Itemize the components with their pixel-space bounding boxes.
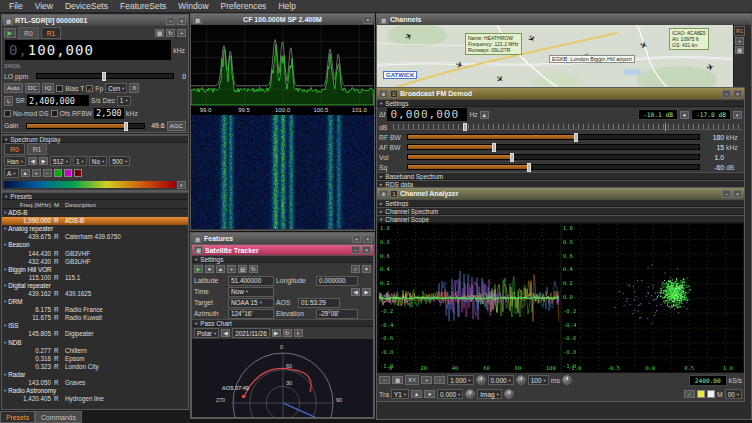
tracker-titlebar[interactable]: ▦ Satellite Tracker – × bbox=[192, 245, 373, 255]
preset-group[interactable]: ▾ISS bbox=[2, 322, 188, 330]
layout-single-icon[interactable]: – bbox=[379, 376, 390, 384]
trace-enable-icon[interactable]: ✓ bbox=[684, 390, 695, 398]
spectrum-titlebar[interactable]: ▦ CF 100.000M SP 2.400M × bbox=[191, 14, 374, 25]
tracker-up-icon[interactable]: ▲ bbox=[216, 265, 225, 273]
window-fn-select[interactable]: Han▾ bbox=[4, 156, 26, 166]
fill-color-swatch[interactable] bbox=[74, 169, 82, 177]
tracker-minimize-icon[interactable]: – bbox=[351, 246, 360, 254]
avg-mode-select[interactable]: No▾ bbox=[89, 156, 107, 166]
tracker-close-icon[interactable]: × bbox=[362, 246, 371, 254]
window-grid-icon[interactable]: ▦ bbox=[4, 17, 13, 25]
airport-info-box[interactable]: Name: HEATHROW Frequency: 121.2 MHz Runw… bbox=[465, 33, 522, 55]
tab-commands[interactable]: Commands bbox=[35, 411, 82, 423]
avg-select[interactable]: 1▾ bbox=[73, 156, 87, 166]
sd-tab-r1[interactable]: R1 bbox=[27, 143, 48, 155]
baseband-spectrum-header[interactable]: ▸ Baseband Spectrum bbox=[377, 172, 744, 180]
projection-select[interactable]: Imag▾ bbox=[477, 389, 501, 399]
preset-item[interactable]: 439.162R439.1625 bbox=[2, 290, 188, 298]
marker-color-swatch[interactable] bbox=[64, 169, 72, 177]
tracker-refresh-icon[interactable]: ↻ bbox=[249, 265, 258, 273]
tracker-menu-icon[interactable]: ▾ bbox=[362, 265, 371, 273]
preset-item[interactable]: 1,090.000RADS-B bbox=[2, 217, 188, 225]
layout-grid-icon[interactable]: ▦ bbox=[392, 376, 403, 384]
refresh-select[interactable]: 500▾ bbox=[109, 156, 130, 166]
window-grid-icon[interactable]: ▦ bbox=[379, 16, 388, 24]
time-next-icon[interactable]: ▶ bbox=[362, 288, 371, 296]
waterfall-colormap[interactable] bbox=[4, 181, 175, 188]
spectrum-plot[interactable] bbox=[191, 25, 374, 105]
gain-slider[interactable] bbox=[26, 123, 145, 129]
tracker-list-icon[interactable]: ▤ bbox=[238, 265, 247, 273]
channel-spectrum-header[interactable]: ▸ Channel Spectrum bbox=[377, 207, 744, 215]
amp-scale-select[interactable]: 1.000▾ bbox=[447, 375, 473, 385]
fm-frequency-dial[interactable]: 0,000,000 bbox=[387, 108, 467, 121]
tracker-add-icon[interactable]: + bbox=[227, 265, 236, 273]
time-select[interactable]: Now▾ bbox=[228, 287, 274, 297]
fm-mute-icon[interactable]: ◐ bbox=[733, 111, 742, 119]
menu-item-devicesets[interactable]: DeviceSets bbox=[59, 0, 114, 13]
features-titlebar[interactable]: ▦ Features + × bbox=[191, 233, 374, 244]
preset-group[interactable]: ▾ADS-B bbox=[2, 209, 188, 217]
tracker-target-icon[interactable]: ● bbox=[205, 265, 214, 273]
trace-offset-select[interactable]: 0.000▾ bbox=[437, 389, 463, 399]
auto-button[interactable]: Auto bbox=[4, 83, 23, 93]
menu-item-featuresets[interactable]: FeatureSets bbox=[114, 0, 172, 13]
preset-item[interactable]: 1,420.405RHydrogen line bbox=[2, 395, 188, 403]
projection-knob[interactable] bbox=[504, 389, 514, 399]
dc-button[interactable]: DC bbox=[25, 83, 40, 93]
analyzer-close-icon[interactable]: × bbox=[733, 190, 742, 198]
trace-remove-icon[interactable]: − bbox=[434, 376, 445, 384]
squelch-slider[interactable] bbox=[407, 164, 700, 170]
device-grid-icon[interactable]: ▦ bbox=[155, 29, 164, 37]
trace-view-icon[interactable]: ● bbox=[424, 390, 435, 398]
device-reload-icon[interactable]: ↻ bbox=[166, 29, 175, 37]
trace-up-icon[interactable]: ▲ bbox=[411, 390, 422, 398]
aircraft-info-box[interactable]: ICAO: 4CA8E5 Alt: 10975 ft GS: 431 kn bbox=[669, 28, 709, 50]
chart-type-select[interactable]: Polar▾ bbox=[194, 328, 219, 338]
bias-t-checkbox[interactable] bbox=[56, 85, 63, 92]
gatwick-label[interactable]: GATWICK bbox=[383, 71, 417, 79]
preset-item[interactable]: 11.675RRadio Kuwait bbox=[2, 314, 188, 322]
x-button[interactable]: X bbox=[129, 83, 139, 93]
device-titlebar[interactable]: ▦ RTL-SDR[0] 00000001 – × bbox=[2, 15, 188, 26]
analyzer-minimize-icon[interactable]: – bbox=[722, 190, 731, 198]
prev-icon[interactable]: ◀ bbox=[28, 157, 37, 165]
preset-item[interactable]: 0.277RChiltern bbox=[2, 347, 188, 355]
start-device-button[interactable]: ▶ bbox=[4, 28, 16, 38]
lo-ppm-slider[interactable] bbox=[36, 73, 174, 79]
preset-item[interactable]: 0.316REpsom bbox=[2, 355, 188, 363]
latitude-field[interactable]: 51.400000 bbox=[228, 276, 274, 286]
spectrum-close-icon[interactable]: × bbox=[363, 16, 372, 24]
trace-del-icon[interactable]: − bbox=[43, 169, 52, 177]
decimation-select[interactable]: 1▾ bbox=[117, 96, 131, 106]
max-hold-icon[interactable]: ▲ bbox=[21, 169, 30, 177]
analyzer-titlebar[interactable]: ⊕ 1 Channel Analyzer – × bbox=[377, 188, 744, 199]
window-grid-icon[interactable]: ▦ bbox=[193, 16, 202, 24]
presets-header[interactable]: ▾ Presets bbox=[2, 192, 188, 200]
device-minimize-icon[interactable]: – bbox=[166, 17, 175, 25]
preset-group[interactable]: ▾NDB bbox=[2, 339, 188, 347]
next-icon[interactable]: ▶ bbox=[39, 157, 48, 165]
sr-lock-button[interactable]: L bbox=[4, 96, 13, 106]
trace-add-icon[interactable]: + bbox=[421, 376, 432, 384]
next-pass-icon[interactable]: ▶ bbox=[272, 329, 281, 337]
waterfall-plot[interactable] bbox=[191, 115, 374, 229]
fm-channel-icon[interactable]: ⊕ bbox=[379, 90, 388, 98]
sd-tab-r0[interactable]: R0 bbox=[4, 143, 25, 155]
preset-group[interactable]: ▾Radio Astronomy bbox=[2, 387, 188, 395]
amp-offset-select[interactable]: 0.000▾ bbox=[488, 375, 514, 385]
preset-item[interactable]: 115.100R115.1 bbox=[2, 274, 188, 282]
preset-group[interactable]: ▾Digital repeater bbox=[2, 282, 188, 290]
tab-r1[interactable]: R1 bbox=[41, 27, 62, 39]
memory-select[interactable]: 00▾ bbox=[725, 389, 742, 399]
preset-group[interactable]: ▾Biggin Hill VOR bbox=[2, 266, 188, 274]
fp-checkbox[interactable]: ✓ bbox=[86, 85, 93, 92]
menu-item-view[interactable]: View bbox=[29, 0, 59, 13]
fm-minimize-icon[interactable]: – bbox=[722, 90, 731, 98]
longitude-field[interactable]: 0.000000 bbox=[316, 276, 358, 286]
tab-r0[interactable]: R0 bbox=[18, 27, 39, 39]
strip-add-icon[interactable]: + bbox=[735, 37, 744, 45]
trace-select[interactable]: Y1▾ bbox=[391, 389, 409, 399]
fm-pause-icon[interactable]: ● bbox=[680, 111, 689, 119]
preset-item[interactable]: 432.430RGB3UHF bbox=[2, 258, 188, 266]
